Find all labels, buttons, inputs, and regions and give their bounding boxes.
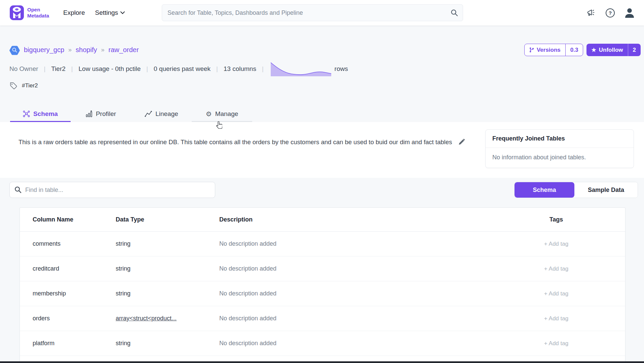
queries-value: 0 queries past week — [154, 65, 211, 73]
tab-profiler-label: Profiler — [96, 110, 116, 118]
schema-tab-icon — [23, 110, 30, 117]
column-name: platform — [20, 340, 116, 347]
openmetadata-logo-icon — [9, 5, 24, 21]
unfollow-label: Unfollow — [599, 47, 623, 53]
tab-profiler[interactable]: Profiler — [71, 107, 131, 122]
toggle-sample-data-button[interactable]: Sample Data — [574, 182, 638, 198]
tab-schema[interactable]: Schema — [10, 107, 71, 122]
entity-header-row: bigquery_gcp » shopify » raw_order Versi… — [9, 44, 635, 56]
tab-manage[interactable]: ⚙ Manage — [192, 107, 252, 122]
tag-icon[interactable] — [9, 82, 17, 90]
table-detail-page: bigquery_gcp » shopify » raw_order Versi… — [0, 44, 644, 122]
header-description: Description — [219, 216, 507, 223]
help-icon[interactable]: ? — [606, 8, 615, 17]
entity-meta-row: No Owner | Tier2 | Low usage - 0th pctil… — [9, 62, 635, 76]
user-avatar[interactable] — [624, 7, 635, 18]
breadcrumb-table[interactable]: raw_order — [109, 46, 139, 54]
gear-icon: ⚙ — [206, 111, 212, 117]
column-name: comments — [20, 240, 116, 247]
add-tag-button[interactable]: + Add tag — [544, 315, 568, 322]
breadcrumb-schema[interactable]: shopify — [76, 46, 97, 54]
schema-content: Schema Sample Data Column Name Data Type… — [0, 182, 644, 363]
breadcrumb-service[interactable]: bigquery_gcp — [24, 46, 64, 54]
table-row: membership string No description added +… — [20, 281, 625, 306]
columns-table-header: Column Name Data Type Description Tags — [20, 208, 625, 232]
help-glyph: ? — [609, 10, 612, 16]
app-logo-text: Open Metadata — [27, 7, 49, 19]
edit-description-icon[interactable] — [458, 138, 465, 146]
version-number: 0.3 — [565, 44, 583, 56]
chevron-down-icon — [120, 11, 125, 14]
breadcrumb: bigquery_gcp » shopify » raw_order — [9, 45, 139, 55]
bigquery-service-icon — [9, 45, 20, 55]
schema-toolbar: Schema Sample Data — [9, 182, 635, 198]
column-description[interactable]: No description added — [219, 290, 507, 297]
column-description[interactable]: No description added — [219, 340, 507, 347]
columns-count: 13 columns — [224, 65, 256, 73]
table-description: This is a raw orders table as represente… — [18, 137, 459, 148]
toggle-schema-button[interactable]: Schema — [515, 182, 574, 198]
add-tag-button[interactable]: + Add tag — [544, 266, 568, 272]
description-section: This is a raw orders table as represente… — [0, 122, 644, 178]
tab-manage-label: Manage — [215, 110, 238, 118]
frequently-joined-tables-card: Frequently Joined Tables No information … — [485, 129, 634, 168]
header-column-name: Column Name — [20, 216, 116, 223]
version-branch-icon — [529, 47, 534, 53]
add-tag-button[interactable]: + Add tag — [544, 241, 568, 247]
tab-schema-label: Schema — [33, 110, 58, 118]
global-search — [162, 4, 463, 21]
usage-value: Low usage - 0th pctile — [79, 65, 141, 73]
column-name: orders — [20, 315, 116, 322]
versions-button[interactable]: Versions 0.3 — [524, 44, 583, 56]
tab-lineage-label: Lineage — [155, 110, 178, 118]
star-icon: ★ — [591, 47, 596, 53]
column-description[interactable]: No description added — [219, 240, 507, 247]
tab-lineage[interactable]: Lineage — [131, 107, 192, 122]
find-search-icon — [14, 186, 22, 194]
tier-value: Tier2 — [51, 65, 66, 73]
add-tag-button[interactable]: + Add tag — [544, 290, 568, 297]
column-name: membership — [20, 290, 116, 297]
app-logo[interactable]: Open Metadata — [9, 5, 49, 21]
add-tag-button[interactable]: + Add tag — [544, 340, 568, 347]
navbar-actions: ? — [586, 7, 635, 18]
joined-tables-title: Frequently Joined Tables — [486, 130, 634, 148]
rows-sparkline-chart — [271, 62, 331, 76]
expand-type-link[interactable]: array<struct<product... — [116, 315, 177, 322]
lineage-tab-icon — [145, 111, 152, 117]
column-type: string — [116, 340, 219, 347]
header-data-type: Data Type — [116, 216, 219, 223]
search-icon[interactable] — [450, 9, 458, 17]
nav-explore[interactable]: Explore — [63, 9, 85, 16]
entity-actions: Versions 0.3 ★ Unfollow 2 — [524, 44, 641, 56]
column-description[interactable]: No description added — [219, 265, 507, 272]
header-tags: Tags — [507, 216, 605, 223]
column-name: creditcard — [20, 265, 116, 272]
entity-tabs: Schema Profiler Lineage ⚙ Manage — [9, 107, 635, 122]
column-type: string — [116, 290, 219, 297]
joined-tables-empty-message: No information about joined tables. — [486, 148, 634, 168]
table-row: platform string No description added + A… — [20, 331, 625, 356]
column-type: string — [116, 265, 219, 272]
breadcrumb-separator: » — [101, 46, 104, 53]
top-navbar: Open Metadata Explore Settings ? — [0, 0, 644, 26]
unfollow-button[interactable]: ★ Unfollow 2 — [586, 44, 641, 56]
window-bottom-edge — [0, 361, 644, 363]
main-nav: Explore Settings — [63, 9, 125, 16]
table-row: creditcard string No description added +… — [20, 256, 625, 281]
find-in-table-input[interactable] — [9, 182, 215, 198]
rows-label: rows — [335, 65, 348, 73]
versions-label: Versions — [537, 47, 561, 53]
column-type: string — [116, 240, 219, 247]
table-row: orders array<struct<product... No descri… — [20, 306, 625, 331]
owner-value: No Owner — [9, 65, 38, 73]
announcements-icon[interactable] — [586, 8, 596, 17]
column-description[interactable]: No description added — [219, 315, 507, 322]
profiler-tab-icon — [86, 110, 92, 117]
find-in-table — [9, 182, 215, 198]
follower-count[interactable]: 2 — [628, 44, 641, 56]
tier-tag-label[interactable]: #Tier2 — [22, 82, 38, 89]
nav-settings[interactable]: Settings — [95, 9, 125, 16]
breadcrumb-separator: » — [68, 46, 72, 53]
global-search-input[interactable] — [162, 4, 463, 21]
